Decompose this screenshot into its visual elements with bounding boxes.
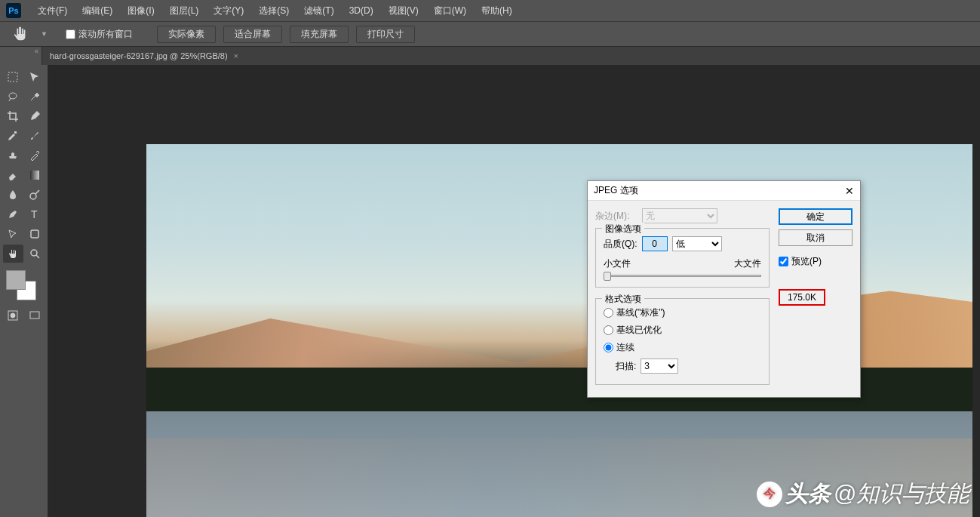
- close-icon[interactable]: ✕: [845, 185, 854, 197]
- large-file-label: 大文件: [734, 257, 761, 270]
- menu-filter[interactable]: 滤镜(T): [296, 5, 341, 17]
- menu-window[interactable]: 窗口(W): [426, 5, 474, 17]
- watermark: 今 头条 @知识与技能: [757, 479, 969, 509]
- healing-brush-tool[interactable]: [3, 127, 23, 145]
- zoom-tool[interactable]: [25, 245, 45, 263]
- history-brush-tool[interactable]: [25, 146, 45, 165]
- lasso-tool[interactable]: [3, 88, 23, 106]
- quality-input[interactable]: [642, 236, 668, 251]
- clone-stamp-tool[interactable]: [3, 146, 23, 165]
- svg-rect-6: [31, 230, 38, 238]
- dialog-title: JPEG 选项: [594, 184, 638, 197]
- marquee-tool[interactable]: [3, 68, 23, 86]
- toolbox: T: [0, 65, 48, 517]
- color-swatches[interactable]: [6, 270, 36, 300]
- move-tool[interactable]: [25, 68, 45, 86]
- svg-point-1: [9, 93, 17, 99]
- menu-bar: Ps 文件(F) 编辑(E) 图像(I) 图层(L) 文字(Y) 选择(S) 滤…: [0, 0, 980, 21]
- document-tab[interactable]: hard-grossgasteiger-629167.jpg @ 25%(RGB…: [42, 47, 246, 65]
- options-bar: ▼ 滚动所有窗口 实际像素 适合屏幕 填充屏幕 打印尺寸: [0, 21, 980, 47]
- small-file-label: 小文件: [604, 257, 631, 270]
- quality-label: 品质(Q):: [604, 238, 637, 251]
- collapse-panels-icon[interactable]: [0, 47, 42, 65]
- app-logo: Ps: [6, 3, 21, 18]
- slider-thumb[interactable]: [604, 272, 611, 281]
- cancel-button[interactable]: 取消: [779, 229, 853, 246]
- eraser-tool[interactable]: [3, 166, 23, 184]
- dialog-titlebar[interactable]: JPEG 选项 ✕: [588, 181, 860, 201]
- menu-view[interactable]: 视图(V): [381, 5, 426, 17]
- tool-preset-dropdown-icon[interactable]: ▼: [41, 30, 48, 38]
- matte-label: 杂边(M):: [595, 210, 637, 223]
- path-selection-tool[interactable]: [3, 225, 23, 243]
- actual-pixels-button[interactable]: 实际像素: [157, 26, 216, 43]
- svg-point-7: [31, 250, 37, 256]
- watermark-icon: 今: [757, 482, 782, 507]
- format-options-legend: 格式选项: [602, 293, 644, 306]
- gradient-tool[interactable]: [25, 166, 45, 184]
- image-options-legend: 图像选项: [602, 223, 644, 235]
- crop-tool[interactable]: [3, 107, 23, 125]
- dodge-tool[interactable]: [25, 186, 45, 204]
- svg-rect-10: [30, 312, 39, 319]
- filesize-readout: 175.0K: [779, 289, 825, 306]
- fit-screen-button[interactable]: 适合屏幕: [223, 26, 282, 43]
- quick-mask-icon[interactable]: [3, 306, 23, 325]
- watermark-brand: 头条: [785, 479, 831, 509]
- watermark-text: @知识与技能: [834, 479, 969, 509]
- progressive-radio[interactable]: 连续: [604, 341, 761, 354]
- menu-image[interactable]: 图像(I): [120, 5, 161, 17]
- type-tool[interactable]: T: [25, 205, 45, 223]
- ok-button[interactable]: 确定: [779, 208, 853, 225]
- screen-mode-icon[interactable]: [25, 306, 45, 325]
- document-tab-title: hard-grossgasteiger-629167.jpg @ 25%(RGB…: [50, 51, 228, 60]
- image-options-fieldset: 图像选项 品质(Q): 低 小文件 大文件: [595, 228, 770, 288]
- menu-3d[interactable]: 3D(D): [342, 5, 381, 16]
- quality-slider[interactable]: [604, 272, 761, 281]
- menu-layer[interactable]: 图层(L): [162, 5, 207, 17]
- quality-preset-select[interactable]: 低: [672, 236, 722, 251]
- format-options-fieldset: 格式选项 基线("标准") 基线已优化 连续 扫描: 3: [595, 298, 770, 385]
- eyedropper-tool[interactable]: [25, 107, 45, 125]
- svg-text:T: T: [31, 208, 38, 220]
- fill-screen-button[interactable]: 填充屏幕: [290, 26, 349, 43]
- foreground-color-swatch[interactable]: [6, 270, 26, 290]
- menu-select[interactable]: 选择(S): [251, 5, 296, 17]
- blur-tool[interactable]: [3, 186, 23, 204]
- pen-tool[interactable]: [3, 205, 23, 223]
- scroll-all-checkbox[interactable]: 滚动所有窗口: [66, 28, 133, 41]
- menu-file[interactable]: 文件(F): [30, 5, 75, 17]
- brush-tool[interactable]: [25, 127, 45, 145]
- menu-edit[interactable]: 编辑(E): [75, 5, 120, 17]
- scans-select[interactable]: 3: [641, 359, 678, 374]
- baseline-standard-radio[interactable]: 基线("标准"): [604, 306, 761, 319]
- baseline-optimized-radio[interactable]: 基线已优化: [604, 324, 761, 337]
- svg-rect-2: [14, 131, 17, 134]
- matte-select: 无: [642, 208, 717, 223]
- close-tab-icon[interactable]: ×: [234, 51, 238, 60]
- preview-checkbox[interactable]: 预览(P): [779, 255, 853, 268]
- shape-tool[interactable]: [25, 225, 45, 243]
- menu-type[interactable]: 文字(Y): [206, 5, 251, 17]
- svg-point-9: [11, 313, 15, 318]
- svg-rect-3: [30, 171, 39, 180]
- magic-wand-tool[interactable]: [25, 88, 45, 106]
- svg-point-4: [30, 193, 36, 199]
- hand-tool[interactable]: [3, 245, 23, 263]
- hand-tool-icon: [12, 26, 29, 42]
- print-size-button[interactable]: 打印尺寸: [356, 26, 415, 43]
- scans-label: 扫描:: [616, 360, 636, 373]
- svg-rect-0: [8, 72, 17, 82]
- menu-help[interactable]: 帮助(H): [474, 5, 520, 17]
- document-tab-bar: hard-grossgasteiger-629167.jpg @ 25%(RGB…: [0, 47, 980, 65]
- jpeg-options-dialog: JPEG 选项 ✕ 杂边(M): 无 图像选项 品质(Q): 低: [587, 180, 861, 398]
